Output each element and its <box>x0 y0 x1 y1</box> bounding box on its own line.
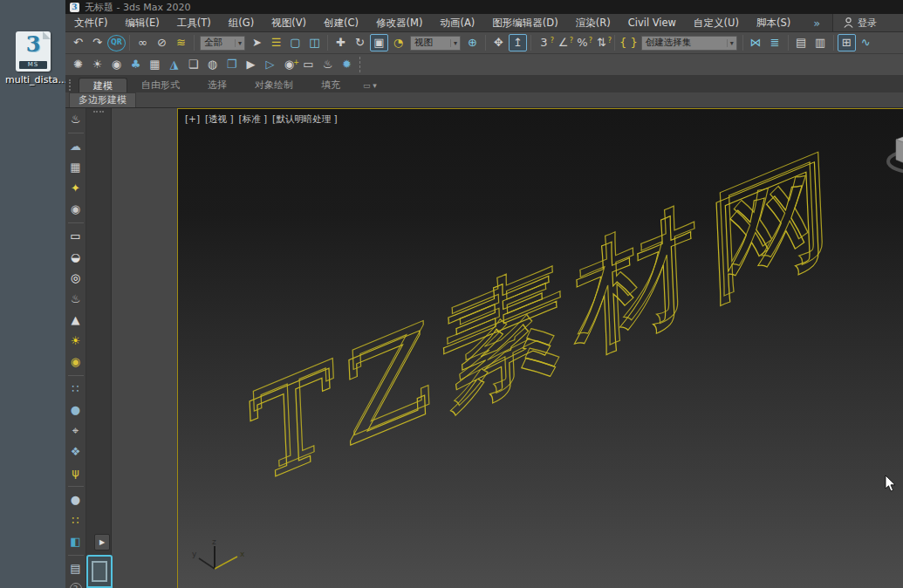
select-and-scale-icon[interactable]: ▣ <box>370 34 388 51</box>
keyboard-override-icon[interactable]: ↥ <box>509 34 527 51</box>
viewport-shading-menu[interactable]: [默认明暗处理 ] <box>272 113 338 126</box>
placement-tool-icon[interactable]: ◔ <box>389 34 407 51</box>
menu-animation[interactable]: 动画(A) <box>432 14 484 31</box>
camera-gizmo-icon[interactable]: ⌖ <box>66 421 86 441</box>
film-camera-icon[interactable]: ◉ <box>107 56 126 73</box>
video-player-icon[interactable]: ▷ <box>261 56 279 73</box>
yellow-ring-icon[interactable]: ◉ <box>66 352 86 372</box>
reference-coordinate-dropdown[interactable]: 视图▾ <box>410 36 461 51</box>
menu-group[interactable]: 组(G) <box>220 14 263 31</box>
selection-set-dropdown[interactable]: 创建选择集▾ <box>641 36 737 51</box>
cone-icon[interactable]: ▲ <box>66 311 86 330</box>
plane-icon[interactable]: ▭ <box>66 227 86 246</box>
select-object-icon[interactable]: ➤ <box>248 34 266 51</box>
spinner-snap-icon[interactable]: ⇅? <box>592 34 611 51</box>
sun-icon[interactable]: ☀ <box>66 332 86 351</box>
tree-icon[interactable]: ◮ <box>165 56 183 73</box>
menu-customize[interactable]: 自定义(U) <box>685 14 748 31</box>
menu-views[interactable]: 视图(V) <box>263 14 315 31</box>
polygon-modeling-panel-tab[interactable]: 多边形建模 <box>69 92 136 107</box>
snap-toggle-icon[interactable]: 3? <box>535 34 553 51</box>
clipboard-icon[interactable]: ▤ <box>66 559 86 578</box>
mirror-icon[interactable]: ⋈ <box>747 34 765 51</box>
rock-icon[interactable]: ❖ <box>66 442 86 462</box>
camera-add-icon[interactable]: ◉+ <box>280 56 298 73</box>
layer-manager-icon[interactable]: ▤ <box>792 34 811 51</box>
ribbon-tab-selection[interactable]: 选择 <box>194 78 241 92</box>
menu-graph-editors[interactable]: 图形编辑器(D) <box>483 14 566 31</box>
forest-icon[interactable]: ♣ <box>127 56 145 73</box>
big-sphere-icon[interactable]: ● <box>66 490 86 509</box>
viewport-general-menu[interactable]: [+] <box>185 113 200 126</box>
scene-explorer-icon[interactable]: ▥ <box>811 34 830 51</box>
light-lister-icon[interactable]: ✦ <box>66 179 86 198</box>
ribbon-tab-freeform[interactable]: 自由形式 <box>127 78 194 92</box>
select-and-manipulate-icon[interactable]: ✥ <box>489 34 508 51</box>
menu-civil-view[interactable]: Civil View <box>619 14 685 31</box>
render-window-icon[interactable]: ▦ <box>66 158 86 177</box>
menu-rendering[interactable]: 渲染(R) <box>567 14 619 31</box>
align-icon[interactable]: ≣ <box>766 34 784 51</box>
teapot-render-icon[interactable]: ♨ <box>66 110 86 129</box>
scene-undo-icon[interactable]: QR <box>107 35 126 51</box>
menu-modifiers[interactable]: 修改器(M) <box>367 14 431 31</box>
ribbon-tab-populate[interactable]: 填充 <box>307 78 354 92</box>
select-and-rotate-icon[interactable]: ↻ <box>351 34 369 51</box>
render-setup-icon[interactable]: ∿ <box>857 34 875 51</box>
bind-to-spacewarp-icon[interactable]: ≋ <box>172 34 190 51</box>
menu-file[interactable]: 文件(F) <box>65 14 117 31</box>
angle-snap-icon[interactable]: ∠? <box>554 34 572 51</box>
viewport-pov-menu[interactable]: [透视 ] <box>205 113 234 126</box>
viewport-layout-tab[interactable] <box>86 555 113 588</box>
render-ring-icon[interactable]: ◍ <box>203 56 222 73</box>
quad-spheres-icon[interactable]: ∷ <box>66 511 86 530</box>
sun-light-icon[interactable]: ☀ <box>88 56 106 73</box>
ribbon-handle[interactable] <box>69 79 72 91</box>
select-by-name-icon[interactable]: ☰ <box>267 34 285 51</box>
undo-icon[interactable]: ↶ <box>69 34 87 51</box>
select-and-move-icon[interactable]: ✚ <box>332 34 350 51</box>
desktop-icon-multi-dista[interactable]: 3 MS multi_dista... <box>5 31 61 85</box>
sphere-box-icon[interactable]: ◧ <box>66 532 86 551</box>
camera-icon[interactable]: ◉ <box>66 200 86 219</box>
menu-overflow-icon[interactable]: » <box>804 17 829 30</box>
scatter-icon[interactable]: ∷ <box>66 379 86 399</box>
layout-tabs-expand-button[interactable]: ▶ <box>94 534 110 550</box>
menu-edit[interactable]: 编辑(E) <box>117 14 168 31</box>
cloud-icon[interactable]: ☁ <box>66 137 86 156</box>
list-table-icon[interactable]: ▦ <box>146 56 164 73</box>
spheres-pair-icon[interactable]: ● <box>66 400 86 420</box>
omni-light-icon[interactable]: ✺ <box>69 56 87 73</box>
play-box-icon[interactable]: ▶ <box>242 56 260 73</box>
ribbon-minimize-icon[interactable]: ▭ ▾ <box>354 81 384 92</box>
menu-tools[interactable]: 工具(T) <box>168 14 220 31</box>
named-selection-sets-icon[interactable]: { } <box>619 34 639 51</box>
rectangular-selection-icon[interactable]: ▢ <box>286 34 304 51</box>
help-icon[interactable]: ? <box>66 580 86 588</box>
percent-snap-icon[interactable]: %? <box>573 34 592 51</box>
window-crossing-icon[interactable]: ◫ <box>305 34 324 51</box>
menu-create[interactable]: 创建(C) <box>315 14 367 31</box>
viewport-render-preset-menu[interactable]: [标准 ] <box>239 113 268 126</box>
layered-images-icon[interactable]: ❐ <box>222 56 241 73</box>
material-editor-icon[interactable]: ⊞ <box>838 34 856 51</box>
render-teapot-icon[interactable]: ♨ <box>318 56 337 73</box>
teapot-small-icon[interactable]: ♨ <box>66 290 86 309</box>
lightbulb-icon[interactable]: ✹ <box>338 56 356 73</box>
redo-icon[interactable]: ↷ <box>88 34 106 51</box>
sphere-ring-icon[interactable]: ◎ <box>66 269 86 288</box>
selection-filter-dropdown[interactable]: 全部▾ <box>200 36 245 51</box>
empty-frame-icon[interactable]: ▭ <box>299 56 318 73</box>
dome-icon[interactable]: ◒ <box>66 248 86 267</box>
perspective-viewport[interactable]: TZ素材网 TZ素材网 [+][透视 ][标准 ][默认明暗处理 ] 顶 前 右… <box>177 108 903 588</box>
select-and-link-icon[interactable]: ∞ <box>133 34 152 51</box>
dock-handle[interactable] <box>93 111 104 114</box>
unlink-selection-icon[interactable]: ⊘ <box>153 34 171 51</box>
use-pivot-center-icon[interactable]: ⊕ <box>463 34 482 51</box>
ribbon-tab-modeling[interactable]: 建模 <box>79 78 127 92</box>
menu-scripting[interactable]: 脚本(S) <box>748 14 799 31</box>
plant-page-icon[interactable]: ❏ <box>184 56 202 73</box>
grass-icon[interactable]: ψ <box>66 463 86 482</box>
ribbon-tab-object-paint[interactable]: 对象绘制 <box>241 78 307 92</box>
login-button[interactable]: 登录 <box>832 14 903 31</box>
